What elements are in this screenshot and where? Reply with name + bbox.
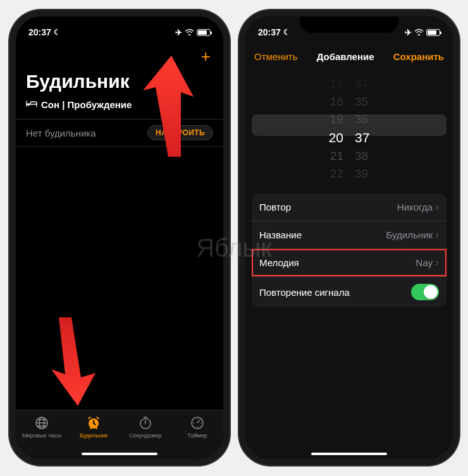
annotation-arrow-add [133,56,203,159]
phone-left-frame: 20:37 ☾ ✈ + Будильник Сон | Пробуждение … [9,10,230,465]
repeat-cell[interactable]: Повтор Никогда› [252,193,446,221]
annotation-arrow-tab [46,317,109,408]
wifi-icon [185,28,194,37]
picker-minutes[interactable]: 34 35 36 37 38 39 40 [355,75,369,182]
cancel-button[interactable]: Отменить [254,51,298,62]
tab-label: Секундомер [129,432,161,439]
status-time: 20:37 [258,27,281,37]
cell-label: Название [259,229,302,240]
save-button[interactable]: Сохранить [393,51,444,62]
alarm-clock-icon [86,415,101,430]
notch [71,16,169,33]
sleep-wake-label: Сон | Пробуждение [41,99,132,110]
battery-icon [426,29,440,36]
home-indicator[interactable] [82,453,157,455]
bed-icon [26,99,37,110]
airplane-mode-icon: ✈ [175,28,182,37]
tab-label: Таймер [187,432,207,439]
tab-label: Мировые часы [22,432,61,439]
stopwatch-icon [139,415,152,430]
airplane-mode-icon: ✈ [405,28,412,37]
notch [300,16,398,33]
label-cell[interactable]: Название Будильник› [252,221,446,249]
tab-alarm[interactable]: Будильник [68,415,120,439]
home-indicator[interactable] [311,453,387,455]
chevron-right-icon: › [435,228,439,241]
cell-label: Повторение сигнала [259,287,350,298]
page-title: Будильник [26,71,130,92]
modal-navbar: Отменить Добавление Сохранить [245,43,453,70]
modal-title: Добавление [317,51,374,62]
do-not-disturb-icon: ☾ [54,28,61,37]
sleep-wake-section-header: Сон | Пробуждение [26,99,132,110]
globe-icon [35,415,49,430]
battery-icon [197,29,211,36]
tab-bar: Мировые часы Будильник Секундомер Таймер [16,410,223,459]
screen-left: 20:37 ☾ ✈ + Будильник Сон | Пробуждение … [16,16,223,459]
no-alarm-label: Нет будильника [26,128,96,138]
sound-cell[interactable]: Мелодия Nay› [252,249,446,277]
alarm-options-list: Повтор Никогда› Название Будильник› Мело… [252,193,446,307]
snooze-toggle[interactable] [411,284,439,300]
chevron-right-icon: › [435,200,439,214]
tab-stopwatch[interactable]: Секундомер [120,415,171,439]
time-picker[interactable]: 17 18 19 20 21 22 23 34 35 36 37 38 39 4… [245,75,453,182]
tab-label: Будильник [80,432,108,439]
wifi-icon [414,28,424,37]
snooze-cell: Повторение сигнала [252,277,446,307]
do-not-disturb-icon: ☾ [283,28,290,37]
tab-world-clock[interactable]: Мировые часы [16,415,68,439]
cell-value: Nay [416,257,433,268]
status-time: 20:37 [28,27,51,37]
timer-icon [190,415,204,430]
cell-value: Будильник [386,229,433,240]
cell-value: Никогда [397,202,433,212]
chevron-right-icon: › [435,256,439,269]
screen-right: 20:37 ☾ ✈ Отменить Добавление Сохранить … [245,16,453,459]
tab-timer[interactable]: Таймер [171,415,223,439]
cell-label: Повтор [259,202,291,212]
phone-right-frame: 20:37 ☾ ✈ Отменить Добавление Сохранить … [239,10,459,465]
picker-hours[interactable]: 17 18 19 20 21 22 23 [329,75,343,182]
cell-label: Мелодия [259,257,299,268]
